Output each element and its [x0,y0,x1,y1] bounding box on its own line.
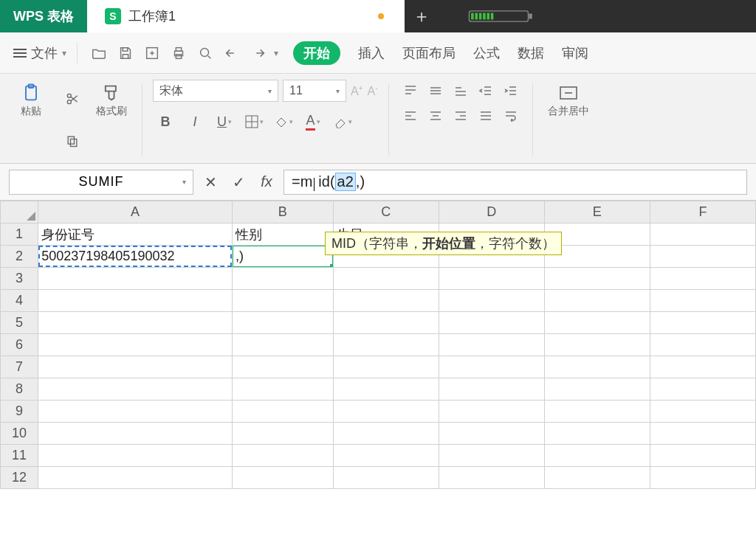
align-right-button[interactable] [450,105,472,127]
copy-button[interactable] [61,131,84,151]
col-header-C[interactable]: C [333,201,439,224]
cell[interactable] [439,356,544,378]
cell[interactable] [544,356,650,378]
cell[interactable] [544,334,650,356]
tab-data[interactable]: 数据 [518,44,544,62]
cell[interactable] [333,423,439,445]
accept-formula-button[interactable]: ✓ [227,171,250,193]
justify-button[interactable] [475,105,497,127]
cell[interactable] [333,401,439,423]
cell[interactable] [333,378,439,401]
col-header-E[interactable]: E [544,201,650,224]
cell[interactable] [650,401,755,423]
cell[interactable] [650,356,755,378]
cell[interactable] [333,356,439,378]
row-header-4[interactable]: 4 [1,290,38,312]
cell[interactable] [232,356,333,378]
row-header-11[interactable]: 11 [1,445,38,467]
cell[interactable] [38,334,233,356]
row-header-7[interactable]: 7 [1,356,38,378]
clear-format-button[interactable]: ▾ [330,111,355,133]
select-all-corner[interactable] [1,201,38,224]
tab-home[interactable]: 开始 [293,41,340,65]
row-header-6[interactable]: 6 [1,334,38,356]
cell[interactable] [439,401,544,423]
col-header-D[interactable]: D [439,201,544,224]
cell[interactable] [439,312,544,334]
name-box[interactable]: SUMIF ▾ [9,170,193,195]
cell[interactable] [232,334,333,356]
row-header-3[interactable]: 3 [1,268,38,290]
cell[interactable] [38,268,233,290]
cell[interactable] [38,312,233,334]
align-bottom-button[interactable] [450,80,472,102]
font-name-select[interactable]: 宋体 ▾ [153,80,278,102]
cell[interactable] [544,290,650,312]
bold-button[interactable]: B [153,111,178,133]
file-menu[interactable]: 文件 ▾ [13,44,66,62]
merge-center-button[interactable]: 合并居中 [543,80,594,121]
italic-button[interactable]: I [182,111,207,133]
cell[interactable] [439,268,544,290]
row-header-10[interactable]: 10 [1,423,38,445]
format-painter-button[interactable]: 格式刷 [92,80,131,121]
row-header-9[interactable]: 9 [1,401,38,423]
row-header-1[interactable]: 1 [1,224,38,246]
cell[interactable] [439,467,544,489]
fill-color-button[interactable]: ▾ [271,111,296,133]
cell-F1[interactable] [650,224,755,246]
increase-indent-button[interactable] [500,80,522,102]
decrease-indent-button[interactable] [475,80,497,102]
align-top-button[interactable] [399,80,422,102]
open-button[interactable] [88,42,110,64]
align-left-button[interactable] [399,105,422,127]
cell[interactable] [232,268,333,290]
row-header-5[interactable]: 5 [1,312,38,334]
cell[interactable] [232,467,333,489]
cell[interactable] [439,423,544,445]
cell[interactable] [38,290,233,312]
cell[interactable] [650,467,755,489]
cell[interactable] [333,312,439,334]
cell[interactable] [544,268,650,290]
undo-button[interactable] [221,42,243,64]
insert-function-button[interactable]: fx [255,171,278,193]
cell[interactable] [232,312,333,334]
cell[interactable] [333,334,439,356]
cell[interactable] [544,467,650,489]
cell[interactable] [439,445,544,467]
increase-font-button[interactable]: A+ [351,83,363,97]
cell[interactable] [333,268,439,290]
cell[interactable] [439,334,544,356]
cell[interactable] [650,334,755,356]
cell[interactable] [439,290,544,312]
col-header-F[interactable]: F [650,201,755,224]
cell[interactable] [232,378,333,401]
cell[interactable] [38,401,233,423]
cell[interactable] [650,378,755,401]
cell[interactable] [650,312,755,334]
font-size-select[interactable]: 11 ▾ [283,80,346,102]
cell[interactable] [650,423,755,445]
cell-A2[interactable]: 500237198405190032 [38,246,233,268]
cell[interactable] [544,423,650,445]
cell[interactable] [232,423,333,445]
col-header-A[interactable]: A [38,201,233,224]
wrap-text-button[interactable] [500,105,522,127]
cell[interactable] [439,378,544,401]
cell[interactable] [333,467,439,489]
cell[interactable] [333,445,439,467]
cell[interactable] [38,445,233,467]
qat-dropdown[interactable]: ▾ [274,48,278,58]
row-header-2[interactable]: 2 [1,246,38,268]
print-button[interactable] [168,42,190,64]
row-header-8[interactable]: 8 [1,378,38,401]
cell[interactable] [544,378,650,401]
cell[interactable] [232,445,333,467]
tab-formula[interactable]: 公式 [473,44,500,62]
print-preview-button[interactable] [194,42,216,64]
cell[interactable] [38,356,233,378]
cut-button[interactable] [61,89,84,109]
tab-insert[interactable]: 插入 [358,44,385,62]
cell[interactable] [650,290,755,312]
